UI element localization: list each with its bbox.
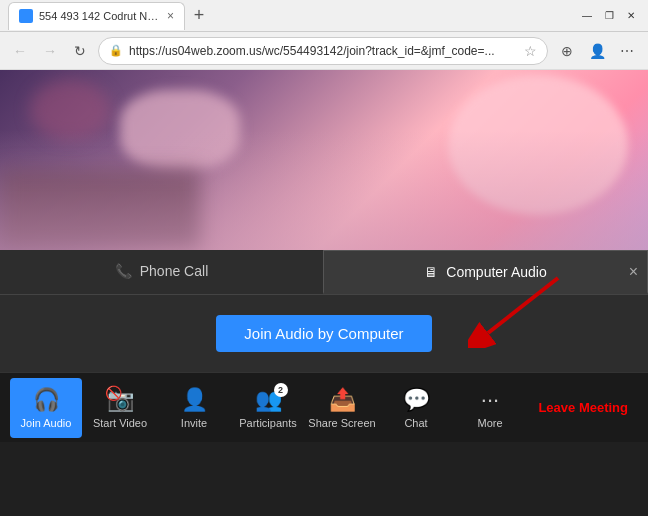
- modal-content: Join Audio by Computer: [0, 295, 648, 372]
- modal-close-button[interactable]: ×: [629, 263, 638, 281]
- toolbar-item-start-video[interactable]: 📷 🚫 Start Video: [84, 378, 156, 438]
- video-icon: 📷 🚫: [107, 387, 134, 413]
- red-arrow-indicator: [468, 268, 568, 352]
- address-field[interactable]: 🔒 https://us04web.zoom.us/wc/554493142/j…: [98, 37, 548, 65]
- reload-button[interactable]: ↻: [68, 39, 92, 63]
- tab-title: 554 493 142 Codrut Neagu's Zo...: [39, 10, 159, 22]
- window-controls: — ❐ ✕: [578, 7, 640, 25]
- address-text: https://us04web.zoom.us/wc/554493142/joi…: [129, 44, 518, 58]
- headphones-icon: 🎧: [33, 387, 60, 413]
- toolbar-items: 🎧 Join Audio 📷 🚫 Start Video 👤 Invite 👥 …: [10, 378, 526, 438]
- monitor-icon: 🖥: [424, 264, 438, 280]
- toolbar-item-participants[interactable]: 👥 2 Participants: [232, 378, 304, 438]
- toolbar-item-share-screen[interactable]: 📤 Share Screen: [306, 378, 378, 438]
- tab-bar: 554 493 142 Codrut Neagu's Zo... × +: [8, 2, 574, 30]
- toolbar-item-more[interactable]: ··· More: [454, 378, 526, 438]
- join-audio-button[interactable]: Join Audio by Computer: [216, 315, 431, 352]
- toolbar-label-start-video: Start Video: [93, 417, 147, 429]
- video-background: [0, 70, 648, 250]
- phone-icon: 📞: [115, 263, 132, 279]
- participants-badge: 2: [274, 383, 288, 397]
- lock-icon: 🔒: [109, 44, 123, 57]
- restore-button[interactable]: ❐: [600, 7, 618, 25]
- toolbar-item-join-audio[interactable]: 🎧 Join Audio: [10, 378, 82, 438]
- minimize-button[interactable]: —: [578, 7, 596, 25]
- close-button[interactable]: ✕: [622, 7, 640, 25]
- tab-phone-label: Phone Call: [140, 263, 209, 279]
- svg-line-1: [488, 278, 558, 333]
- tab-favicon: [19, 9, 33, 23]
- toolbar-label-share-screen: Share Screen: [308, 417, 375, 429]
- address-bar-row: ← → ↻ 🔒 https://us04web.zoom.us/wc/55449…: [0, 32, 648, 70]
- toolbar-item-invite[interactable]: 👤 Invite: [158, 378, 230, 438]
- toolbar-label-join-audio: Join Audio: [21, 417, 72, 429]
- bottom-toolbar: 🎧 Join Audio 📷 🚫 Start Video 👤 Invite 👥 …: [0, 372, 648, 442]
- tab-phone-call[interactable]: 📞 Phone Call: [0, 250, 323, 294]
- browser-titlebar: 554 493 142 Codrut Neagu's Zo... × + — ❐…: [0, 0, 648, 32]
- back-button[interactable]: ←: [8, 39, 32, 63]
- bookmark-icon[interactable]: ☆: [524, 43, 537, 59]
- share-screen-icon: 📤: [329, 387, 356, 413]
- menu-icon[interactable]: ⋯: [614, 38, 640, 64]
- toolbar-label-participants: Participants: [239, 417, 296, 429]
- toolbar-label-invite: Invite: [181, 417, 207, 429]
- video-area: [0, 70, 648, 250]
- browser-toolbar-icons: ⊕ 👤 ⋯: [554, 38, 640, 64]
- chat-icon: 💬: [403, 387, 430, 413]
- profile-icon[interactable]: 👤: [584, 38, 610, 64]
- toolbar-label-chat: Chat: [404, 417, 427, 429]
- participants-icon: 👥 2: [255, 387, 282, 413]
- browser-tab[interactable]: 554 493 142 Codrut Neagu's Zo... ×: [8, 2, 185, 30]
- more-icon: ···: [481, 387, 499, 413]
- audio-modal: 📞 Phone Call 🖥 Computer Audio × Join Aud…: [0, 250, 648, 372]
- new-tab-button[interactable]: +: [185, 2, 213, 30]
- toolbar-item-chat[interactable]: 💬 Chat: [380, 378, 452, 438]
- forward-button[interactable]: →: [38, 39, 62, 63]
- extensions-icon[interactable]: ⊕: [554, 38, 580, 64]
- leave-meeting-button[interactable]: Leave Meeting: [528, 400, 638, 415]
- tab-close-button[interactable]: ×: [167, 9, 174, 23]
- video-figure: [0, 130, 648, 250]
- toolbar-label-more: More: [477, 417, 502, 429]
- invite-icon: 👤: [181, 387, 208, 413]
